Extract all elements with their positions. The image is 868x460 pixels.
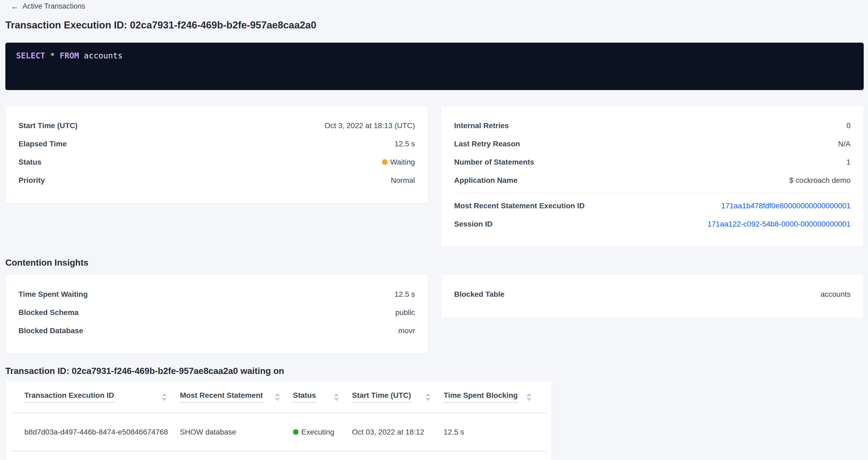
status-badge: Waiting bbox=[382, 158, 415, 166]
sort-icon bbox=[426, 393, 431, 401]
info-row-session-id: Session ID 171aa122-c092-54b8-0000-00000… bbox=[454, 215, 850, 233]
info-row-start-time: Start Time (UTC) Oct 3, 2022 at 18:13 (U… bbox=[19, 117, 415, 135]
cell-start-time: Oct 03, 2022 at 18:12 bbox=[352, 413, 444, 451]
contention-left-card: Time Spent Waiting 12.5 s Blocked Schema… bbox=[5, 274, 428, 354]
sql-text: accounts bbox=[79, 51, 123, 60]
column-header-most-recent-statement[interactable]: Most Recent Statement bbox=[180, 381, 293, 413]
info-row-internal-retries: Internal Retries 0 bbox=[454, 117, 850, 135]
info-row-time-spent-waiting: Time Spent Waiting 12.5 s bbox=[19, 285, 415, 303]
status-text: Waiting bbox=[390, 158, 415, 166]
info-row-priority: Priority Normal bbox=[19, 171, 415, 189]
column-header-time-spent-blocking[interactable]: Time Spent Blocking bbox=[444, 381, 533, 413]
back-to-active-transactions-link[interactable]: ← Active Transactions bbox=[11, 2, 85, 10]
table-row: b8d7d03a-d497-446b-8474-e50846674768 SHO… bbox=[11, 413, 546, 452]
info-value: Normal bbox=[391, 176, 415, 185]
cell-status: Executing bbox=[293, 413, 352, 451]
info-value: accounts bbox=[820, 290, 850, 299]
sort-icon bbox=[526, 393, 532, 401]
info-row-blocked-schema: Blocked Schema public bbox=[19, 303, 415, 322]
sort-icon bbox=[275, 393, 280, 401]
column-header-transaction-execution-id[interactable]: Transaction Execution ID bbox=[24, 381, 180, 413]
info-value: public bbox=[395, 308, 415, 317]
sort-icon bbox=[162, 393, 167, 401]
info-label: Blocked Schema bbox=[19, 308, 79, 317]
info-label: Priority bbox=[19, 176, 45, 185]
info-row-number-of-statements: Number of Statements 1 bbox=[454, 153, 850, 171]
cell-transaction-execution-id: b8d7d03a-d497-446b-8474-e50846674768 bbox=[24, 413, 180, 451]
waiting-on-table: Transaction Execution ID Most Recent Sta… bbox=[5, 381, 552, 460]
info-value: 0 bbox=[846, 121, 850, 130]
page-title: Transaction Execution ID: 02ca7931-f246-… bbox=[5, 20, 864, 31]
statement-execution-id-link[interactable]: 171aa1b478fdf0e80000000000000001 bbox=[721, 202, 850, 210]
info-row-last-retry-reason: Last Retry Reason N/A bbox=[454, 135, 850, 153]
contention-insights-heading: Contention Insights bbox=[5, 257, 864, 268]
contention-cards-row: Time Spent Waiting 12.5 s Blocked Schema… bbox=[5, 274, 864, 354]
sql-keyword: FROM bbox=[60, 51, 79, 60]
status-text: Executing bbox=[301, 428, 334, 436]
info-label: Number of Statements bbox=[454, 158, 534, 166]
column-header-label: Transaction Execution ID bbox=[24, 391, 114, 403]
cell-most-recent-statement: SHOW database bbox=[180, 413, 293, 451]
table-header-row: Transaction Execution ID Most Recent Sta… bbox=[11, 381, 546, 413]
info-label: Blocked Table bbox=[454, 290, 504, 299]
info-label: Internal Retries bbox=[454, 121, 509, 130]
info-label: Most Recent Statement Execution ID bbox=[454, 202, 585, 210]
cell-time-spent-blocking: 12.5 s bbox=[444, 413, 533, 451]
contention-right-card: Blocked Table accounts bbox=[441, 274, 864, 318]
info-label: Elapsed Time bbox=[19, 140, 67, 148]
info-row-elapsed-time: Elapsed Time 12.5 s bbox=[19, 135, 415, 153]
summary-cards-row: Start Time (UTC) Oct 3, 2022 at 18:13 (U… bbox=[5, 105, 864, 247]
column-header-status[interactable]: Status bbox=[293, 381, 352, 413]
active-transaction-details-page: ← Active Transactions Transaction Execut… bbox=[0, 0, 868, 460]
column-header-start-time[interactable]: Start Time (UTC) bbox=[352, 381, 444, 413]
info-row-application-name: Application Name $ cockroach demo bbox=[454, 171, 850, 189]
overview-card: Start Time (UTC) Oct 3, 2022 at 18:13 (U… bbox=[5, 105, 428, 203]
info-row-statement-execution-id: Most Recent Statement Execution ID 171aa… bbox=[454, 197, 850, 215]
column-header-label: Status bbox=[293, 391, 316, 403]
waiting-status-dot-icon bbox=[382, 159, 388, 165]
sql-query-box: SELECT * FROM accounts bbox=[5, 42, 864, 90]
info-value: movr bbox=[398, 327, 415, 335]
info-label: Status bbox=[19, 158, 41, 166]
info-label: Blocked Database bbox=[19, 327, 83, 335]
info-value: 12.5 s bbox=[395, 290, 415, 299]
back-link-label: Active Transactions bbox=[23, 2, 85, 10]
info-row-blocked-database: Blocked Database movr bbox=[19, 322, 415, 340]
session-id-link[interactable]: 171aa122-c092-54b8-0000-000000000001 bbox=[707, 220, 850, 228]
column-header-label: Start Time (UTC) bbox=[352, 391, 411, 403]
info-row-status: Status Waiting bbox=[19, 153, 415, 171]
info-label: Last Retry Reason bbox=[454, 140, 520, 148]
waiting-on-heading: Transaction ID: 02ca7931-f246-469b-b2fe-… bbox=[5, 366, 864, 376]
back-arrow-icon: ← bbox=[11, 2, 19, 10]
sql-text: * bbox=[45, 51, 60, 60]
info-label: Start Time (UTC) bbox=[19, 121, 78, 130]
sql-keyword: SELECT bbox=[16, 51, 45, 60]
executing-status-dot-icon bbox=[293, 429, 299, 435]
card-divider bbox=[454, 193, 850, 193]
info-value: 12.5 s bbox=[395, 140, 415, 148]
info-value: Oct 3, 2022 at 18:13 (UTC) bbox=[324, 121, 415, 130]
info-label: Application Name bbox=[454, 176, 517, 185]
info-value: $ cockroach demo bbox=[789, 176, 850, 185]
info-label: Time Spent Waiting bbox=[19, 290, 88, 299]
column-header-label: Time Spent Blocking bbox=[444, 391, 518, 403]
info-value: 1 bbox=[846, 158, 850, 166]
sort-icon bbox=[334, 393, 339, 401]
details-card: Internal Retries 0 Last Retry Reason N/A… bbox=[441, 105, 864, 247]
info-value: N/A bbox=[838, 140, 850, 148]
info-row-blocked-table: Blocked Table accounts bbox=[454, 285, 850, 303]
column-header-label: Most Recent Statement bbox=[180, 391, 263, 403]
info-label: Session ID bbox=[454, 220, 492, 228]
